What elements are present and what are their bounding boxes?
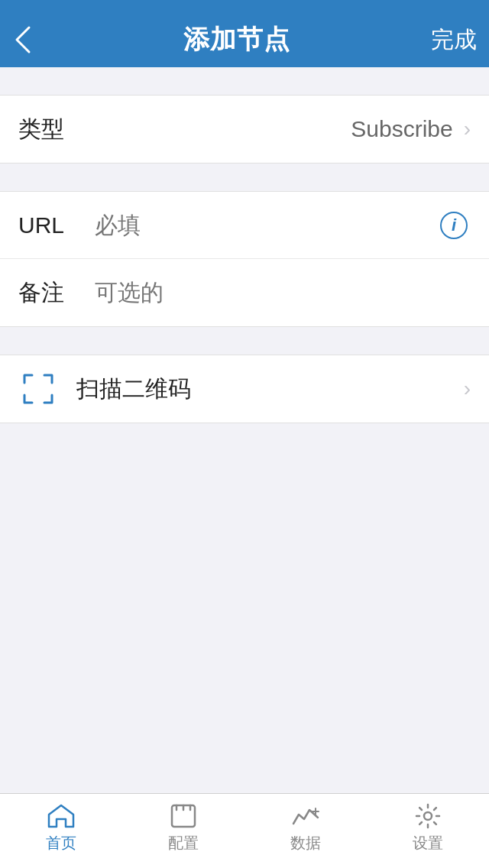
qr-section: 扫描二维码 › (0, 355, 489, 423)
tab-data[interactable]: 数据 (244, 794, 367, 862)
tab-settings[interactable]: 设置 (367, 794, 489, 862)
info-icon: i (440, 212, 468, 239)
qr-row[interactable]: 扫描二维码 › (0, 355, 489, 423)
type-label: 类型 (18, 114, 79, 145)
type-value: Subscribe (351, 116, 452, 142)
page: 添加节点 完成 类型 Subscribe › URL (0, 0, 489, 868)
url-row: URL i (0, 192, 489, 259)
qr-chevron-icon: › (464, 377, 471, 401)
url-input[interactable] (95, 212, 429, 238)
done-button[interactable]: 完成 (416, 24, 477, 56)
nav-bar: 添加节点 完成 (0, 0, 489, 67)
page-title: 添加节点 (183, 22, 290, 57)
config-icon (167, 802, 200, 830)
url-label: URL (18, 212, 79, 238)
type-chevron-icon: › (464, 117, 471, 141)
tab-bar: 首页 配置 数据 (0, 793, 489, 868)
data-icon (289, 802, 322, 830)
tab-home-label: 首页 (46, 833, 76, 853)
qr-label: 扫描二维码 (76, 374, 464, 405)
section-gap-2 (0, 164, 489, 191)
info-button[interactable]: i (437, 209, 471, 242)
tab-config[interactable]: 配置 (122, 794, 244, 862)
home-icon (44, 802, 78, 830)
tab-settings-label: 设置 (413, 833, 443, 853)
type-value-container: Subscribe › (95, 116, 471, 142)
svg-point-3 (424, 812, 432, 820)
tab-home[interactable]: 首页 (0, 794, 122, 862)
type-section: 类型 Subscribe › (0, 95, 489, 164)
note-input[interactable] (95, 280, 471, 306)
tab-data-label: 数据 (290, 833, 321, 853)
back-button[interactable] (12, 23, 58, 57)
url-note-section: URL i 备注 (0, 191, 489, 327)
type-row[interactable]: 类型 Subscribe › (0, 96, 489, 163)
content-area: 类型 Subscribe › URL i 备注 (0, 67, 489, 868)
section-gap-3 (0, 327, 489, 355)
section-gap-1 (0, 67, 489, 95)
note-label: 备注 (18, 277, 79, 309)
tab-config-label: 配置 (168, 833, 199, 853)
settings-icon (411, 802, 445, 830)
note-row: 备注 (0, 259, 489, 326)
qr-scan-icon (18, 369, 58, 409)
